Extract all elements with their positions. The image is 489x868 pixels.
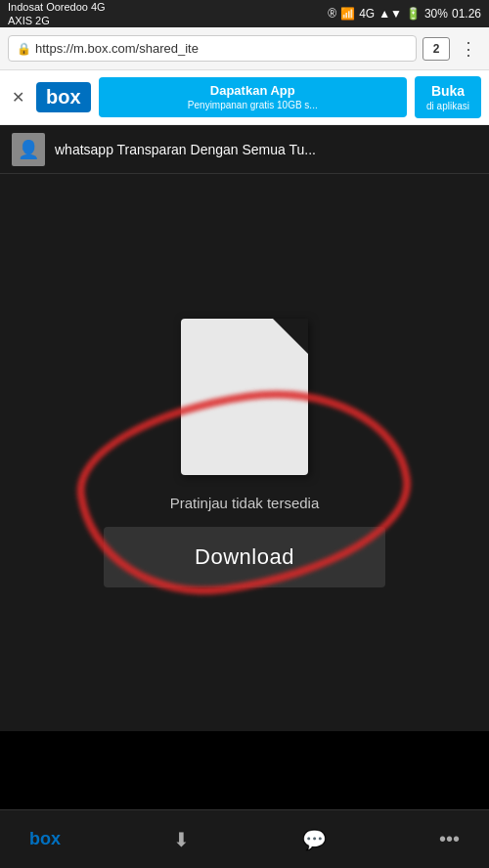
file-icon <box>181 319 308 475</box>
file-avatar: 👤 <box>12 133 45 166</box>
carrier-name: Indosat Ooredoo 4G <box>8 1 106 13</box>
time-display: 01.26 <box>452 7 481 21</box>
avatar-icon: 👤 <box>18 139 39 160</box>
signal-icon: 📶 <box>340 7 355 21</box>
open-main-label: Buka <box>424 82 471 100</box>
lock-icon: 🔒 <box>17 42 31 56</box>
browser-bar: 🔒 https://m.box.com/shared_ite 2 ⋮ <box>0 27 489 70</box>
comment-icon[interactable]: 💬 <box>302 828 327 851</box>
main-content: Pratinjau tidak tersedia Download <box>0 174 489 731</box>
more-options-icon[interactable]: ••• <box>439 828 460 850</box>
preview-unavailable-text: Pratinjau tidak tersedia <box>170 495 320 511</box>
tab-count-button[interactable]: 2 <box>422 37 450 61</box>
signal-4g-icon: 4G <box>359 7 375 21</box>
get-app-sub-label: Penyimpanan gratis 10GB s... <box>111 99 395 111</box>
download-button[interactable]: Download <box>104 527 385 587</box>
carrier-info: Indosat Ooredoo 4G AXIS 2G <box>8 0 106 27</box>
status-icons: ® 📶 4G ▲▼ 🔋 30% 01.26 <box>328 7 481 21</box>
get-app-main-label: Dapatkan App <box>111 83 395 100</box>
battery-icon: 🔋 <box>406 7 421 21</box>
box-logo: box <box>36 82 91 112</box>
box-banner: ✕ box Dapatkan App Penyimpanan gratis 10… <box>0 70 489 125</box>
registered-icon: ® <box>328 7 336 21</box>
open-sub-label: di aplikasi <box>424 100 471 112</box>
open-app-button[interactable]: Buka di aplikasi <box>415 76 481 118</box>
status-bar: Indosat Ooredoo 4G AXIS 2G ® 📶 4G ▲▼ 🔋 3… <box>0 0 489 27</box>
network-name: AXIS 2G <box>8 15 50 26</box>
url-bar[interactable]: 🔒 https://m.box.com/shared_ite <box>8 35 417 62</box>
signal-bars-icon: ▲▼ <box>378 7 402 21</box>
url-text: https://m.box.com/shared_ite <box>35 41 199 56</box>
bottom-box-logo: box <box>29 829 61 849</box>
banner-close-button[interactable]: ✕ <box>8 84 28 110</box>
file-title: whatsapp Transparan Dengan Semua Tu... <box>55 142 316 157</box>
tab-count: 2 <box>433 42 440 56</box>
battery-percent: 30% <box>424 7 448 21</box>
get-app-button[interactable]: Dapatkan App Penyimpanan gratis 10GB s..… <box>99 77 407 118</box>
bottom-bar: box ⬇ 💬 ••• <box>0 809 489 868</box>
browser-menu-button[interactable]: ⋮ <box>456 38 481 60</box>
download-icon[interactable]: ⬇ <box>173 828 190 851</box>
file-icon-container <box>181 319 308 475</box>
file-header: 👤 whatsapp Transparan Dengan Semua Tu... <box>0 125 489 174</box>
